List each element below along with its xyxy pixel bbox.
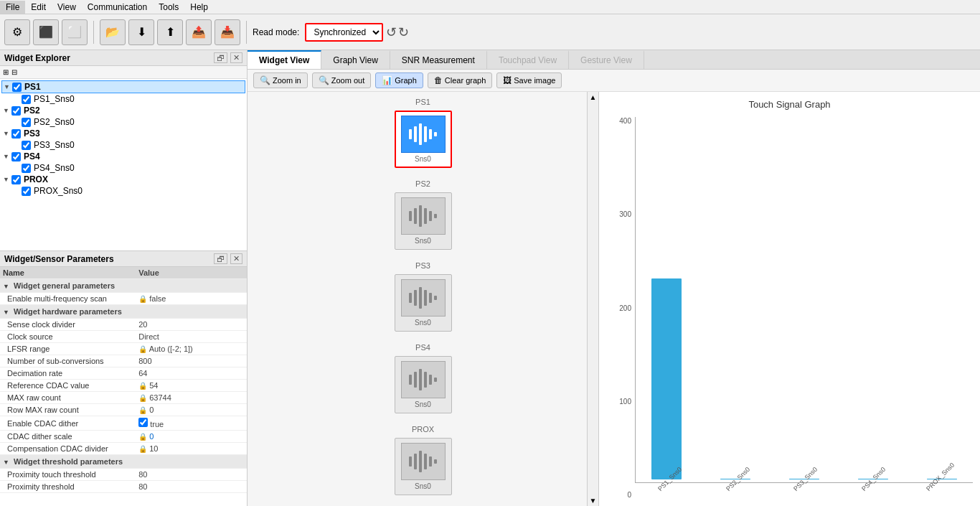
svg-rect-28 (429, 456, 432, 467)
tab-snr-measurement[interactable]: SNR Measurement (390, 50, 487, 69)
param-value-decimation[interactable]: 64 (136, 367, 247, 380)
save-down-button[interactable]: ⬇ (128, 19, 154, 45)
settings-button[interactable]: ⚙ (4, 19, 30, 45)
y-label-200: 200 (619, 304, 631, 312)
tree-checkbox-ps4[interactable] (11, 152, 21, 161)
tab-touchpad-view: Touchpad View (487, 50, 569, 69)
open-button[interactable]: 📂 (100, 19, 126, 45)
tree-item-ps3[interactable]: ▼ PS3 (1, 128, 245, 139)
tree-item-ps2[interactable]: ▼ PS2 (1, 105, 245, 116)
widget-section-ps2: PS2 (248, 174, 598, 256)
tree-label-ps2: PS2 (24, 106, 40, 116)
tree-label-ps1: PS1 (24, 82, 41, 92)
zoom-in-button[interactable]: 🔍 Zoom in (253, 72, 308, 88)
tree-item-prox-sns0[interactable]: PROX_Sns0 (1, 185, 245, 197)
tree-checkbox-ps2[interactable] (11, 106, 21, 116)
widget-section-prox: PROX (248, 419, 598, 501)
sensor-box-ps1[interactable]: Sns0 (395, 111, 452, 168)
toolbar-separator-1 (93, 21, 94, 44)
save-up-button[interactable]: ⬆ (157, 19, 183, 45)
tree-checkbox-ps1[interactable] (12, 83, 22, 92)
param-value-proxtouch[interactable]: 80 (136, 469, 247, 481)
redo-button[interactable]: ↻ (398, 24, 409, 40)
tree-item-ps4-sns0[interactable]: PS4_Sns0 (1, 162, 245, 174)
clear-graph-button[interactable]: 🗑 Clear graph (428, 72, 492, 88)
right-panel: Widget View Graph View SNR Measurement T… (248, 50, 980, 506)
param-close-button[interactable]: ✕ (230, 253, 242, 264)
param-value-compcdac[interactable]: 🔒 10 (136, 443, 247, 455)
param-name-ditherscale: CDAC dither scale (0, 431, 136, 443)
expand-all-button[interactable]: ⊞ (3, 68, 9, 76)
read-mode-select[interactable]: Synchronized Manual Auto (305, 23, 383, 42)
scroll-down-button[interactable]: ▼ (588, 495, 598, 506)
tab-graph-view[interactable]: Graph View (321, 50, 390, 69)
widget-explorer-header: Widget Explorer 🗗 ✕ (0, 50, 247, 66)
menu-edit[interactable]: Edit (25, 1, 52, 14)
tree-checkbox-ps1-sns0[interactable] (22, 95, 31, 104)
close-panel-button[interactable]: ✕ (230, 52, 242, 63)
param-value-lfsr[interactable]: 🔒 Auto ([-2; 1]) (136, 343, 247, 355)
param-value-clksrc[interactable]: Direct (136, 331, 247, 343)
pause-button[interactable]: ⬜ (62, 19, 88, 45)
param-value-ditherscale[interactable]: 🔒 0 (136, 431, 247, 443)
tree-item-ps2-sns0[interactable]: PS2_Sns0 (1, 116, 245, 128)
tree-checkbox-ps2-sns0[interactable] (22, 118, 31, 127)
save-image-button[interactable]: 🖼 Save image (496, 72, 562, 88)
read-mode-label: Read mode: (253, 27, 299, 37)
param-value-maxraw[interactable]: 🔒 63744 (136, 392, 247, 404)
tree-item-ps1-sns0[interactable]: PS1_Sns0 (1, 93, 245, 105)
tree-checkbox-ps3-sns0[interactable] (22, 141, 31, 150)
param-name-cdacdither: Enable CDAC dither (0, 416, 136, 431)
import-button[interactable]: 📥 (215, 19, 240, 45)
tree-checkbox-ps3[interactable] (11, 129, 21, 139)
x-axis-labels: PS1_Sns0 PS2_Sns0 PS3_Sns0 PS4_Sns0 (635, 483, 973, 499)
menu-view[interactable]: View (52, 1, 82, 14)
zoom-out-button[interactable]: 🔍 Zoom out (312, 72, 371, 88)
tree-checkbox-prox[interactable] (11, 175, 21, 184)
tree-checkbox-ps4-sns0[interactable] (22, 164, 31, 173)
param-row-decimation: Decimation rate 64 (0, 367, 247, 380)
param-value-senseclk[interactable]: 20 (136, 319, 247, 331)
param-name-refcdac: Reference CDAC value (0, 380, 136, 392)
menu-communication[interactable]: Communication (82, 1, 153, 14)
tree-item-ps1[interactable]: ▼ PS1 (1, 80, 245, 93)
svg-rect-22 (429, 375, 432, 385)
svg-rect-3 (424, 126, 427, 142)
svg-rect-10 (429, 211, 432, 221)
graph-button[interactable]: 📊 Graph (375, 72, 423, 88)
cdac-dither-checkbox[interactable] (138, 418, 148, 427)
param-value-proxthresh[interactable]: 80 (136, 481, 247, 493)
sensor-box-ps2[interactable]: Sns0 (395, 192, 452, 250)
tree-triangle-ps3: ▼ (3, 130, 9, 137)
param-restore-button[interactable]: 🗗 (214, 253, 227, 264)
scroll-up-button[interactable]: ▲ (588, 92, 598, 103)
param-value-rowmax[interactable]: 🔒 0 (136, 404, 247, 416)
param-value-cdacdither[interactable]: true (136, 416, 247, 431)
param-row-subconv: Number of sub-conversions 800 (0, 355, 247, 367)
param-value-multifreq[interactable]: 🔒 false (136, 293, 247, 305)
sensor-box-ps3[interactable]: Sns0 (395, 274, 452, 332)
tree-item-ps3-sns0[interactable]: PS3_Sns0 (1, 139, 245, 151)
menu-file[interactable]: File (0, 1, 25, 14)
param-content: Name Value ▼ Widget general parameters E… (0, 267, 247, 506)
sensor-box-prox[interactable]: Sns0 (395, 438, 452, 495)
param-value-subconv[interactable]: 800 (136, 355, 247, 367)
tree-checkbox-prox-sns0[interactable] (22, 187, 31, 196)
x-label-container-ps2: PS2_Sns0 (713, 487, 760, 495)
param-row-multifreq: Enable multi-frequency scan 🔒 false (0, 293, 247, 305)
chart-inner: PS1_Sns0 PS2_Sns0 PS3_Sns0 PS4_Sns0 (635, 117, 973, 499)
menu-help[interactable]: Help (184, 1, 214, 14)
undo-button[interactable]: ↺ (386, 24, 397, 40)
param-value-refcdac[interactable]: 🔒 54 (136, 380, 247, 392)
tree-item-ps4[interactable]: ▼ PS4 (1, 151, 245, 162)
widget-scrollbar[interactable]: ▲ ▼ (587, 92, 598, 506)
tree-item-prox[interactable]: ▼ PROX (1, 174, 245, 185)
restore-button[interactable]: 🗗 (214, 52, 227, 63)
tab-bar: Widget View Graph View SNR Measurement T… (248, 50, 980, 70)
collapse-all-button[interactable]: ⊟ (11, 68, 17, 76)
export-button[interactable]: 📤 (186, 19, 212, 45)
menu-tools[interactable]: Tools (153, 1, 184, 14)
tab-widget-view[interactable]: Widget View (248, 50, 321, 69)
stop-button[interactable]: ⬛ (33, 19, 59, 45)
sensor-box-ps4[interactable]: Sns0 (395, 356, 452, 413)
